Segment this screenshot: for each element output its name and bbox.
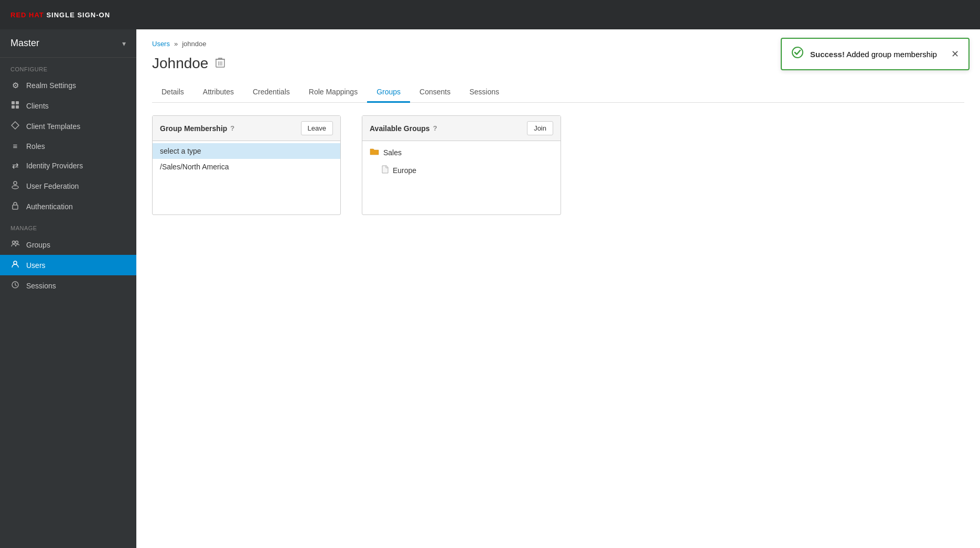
app-layout: Master ▾ Configure ⚙ Realm Settings Clie… (0, 29, 980, 548)
sessions-icon (10, 281, 20, 291)
toast-success-label: Success! (810, 50, 845, 59)
sidebar-item-label: Realm Settings (26, 81, 76, 90)
available-groups-header: Available Groups ? Join (362, 116, 561, 141)
realm-name: Master (10, 38, 39, 49)
clients-icon (10, 101, 20, 111)
sidebar-item-label: Authentication (26, 202, 73, 211)
success-icon (791, 46, 804, 62)
toast-message: Success! Added group membership (810, 50, 945, 59)
svg-rect-3 (16, 105, 19, 109)
sidebar-item-groups[interactable]: Groups (0, 234, 136, 255)
breadcrumb-current: johndoe (182, 40, 206, 48)
svg-rect-2 (12, 105, 15, 109)
user-federation-icon (10, 181, 20, 191)
sidebar: Master ▾ Configure ⚙ Realm Settings Clie… (0, 29, 136, 548)
tab-role-mappings[interactable]: Role Mappings (299, 82, 367, 103)
tab-details[interactable]: Details (152, 82, 193, 103)
sidebar-item-client-templates[interactable]: Client Templates (0, 116, 136, 136)
svg-marker-4 (12, 122, 19, 129)
join-button[interactable]: Join (527, 121, 553, 135)
svg-point-6 (12, 186, 18, 189)
sidebar-item-clients[interactable]: Clients (0, 95, 136, 116)
sidebar-item-label: Users (26, 261, 46, 270)
svg-rect-1 (16, 101, 19, 104)
realm-selector[interactable]: Master ▾ (0, 29, 136, 58)
svg-rect-0 (12, 101, 15, 104)
sidebar-item-label: Clients (26, 102, 49, 110)
settings-icon: ⚙ (10, 81, 20, 90)
leave-button[interactable]: Leave (301, 121, 333, 135)
svg-point-10 (14, 261, 17, 264)
tab-groups[interactable]: Groups (367, 82, 410, 103)
manage-section-label: Manage (0, 217, 136, 234)
group-membership-header: Group Membership ? Leave (153, 116, 340, 141)
breadcrumb-separator: » (174, 40, 178, 48)
list-item[interactable]: /Sales/North America (153, 159, 340, 175)
groups-layout: Group Membership ? Leave select a type /… (152, 115, 964, 215)
users-icon (10, 260, 20, 270)
sidebar-item-label: Groups (26, 241, 50, 249)
sidebar-item-realm-settings[interactable]: ⚙ Realm Settings (0, 76, 136, 95)
available-groups-panel: Available Groups ? Join Sales (362, 115, 561, 215)
group-membership-label: Group Membership (160, 124, 227, 133)
chevron-down-icon: ▾ (122, 39, 126, 48)
list-item[interactable]: Europe (362, 162, 561, 178)
available-groups-label: Available Groups (370, 124, 430, 133)
sidebar-item-identity-providers[interactable]: ⇄ Identity Providers (0, 156, 136, 176)
list-item[interactable]: Sales (362, 143, 561, 162)
sidebar-item-sessions[interactable]: Sessions (0, 275, 136, 296)
brand-logo: RED HAT SINGLE SIGN-ON (10, 11, 110, 19)
brand-red: RED HAT (10, 11, 44, 19)
brand-suffix: SINGLE SIGN-ON (44, 11, 110, 19)
tab-sessions[interactable]: Sessions (460, 82, 509, 103)
group-membership-help-icon[interactable]: ? (230, 124, 234, 132)
sidebar-item-authentication[interactable]: Authentication (0, 196, 136, 217)
svg-rect-7 (13, 205, 18, 209)
sidebar-item-label: Identity Providers (26, 162, 83, 170)
sidebar-item-roles[interactable]: ≡ Roles (0, 136, 136, 156)
svg-point-9 (16, 241, 18, 244)
identity-providers-icon: ⇄ (10, 161, 20, 170)
svg-point-5 (14, 181, 17, 185)
client-templates-icon (10, 121, 20, 131)
toast-message-text: Added group membership (845, 50, 937, 59)
authentication-icon (10, 201, 20, 211)
user-tabs: Details Attributes Credentials Role Mapp… (152, 82, 964, 103)
group-membership-title: Group Membership ? (160, 124, 234, 133)
main-content: Success! Added group membership ✕ Users … (136, 29, 980, 548)
sidebar-item-label: Roles (26, 142, 45, 151)
delete-user-button[interactable] (216, 57, 225, 70)
toast-close-button[interactable]: ✕ (951, 48, 959, 60)
sidebar-item-label: Client Templates (26, 122, 80, 131)
available-groups-help-icon[interactable]: ? (433, 124, 437, 132)
file-icon (381, 165, 389, 175)
page-title: Johndoe (152, 55, 208, 72)
sidebar-item-label: User Federation (26, 182, 79, 190)
tab-consents[interactable]: Consents (410, 82, 460, 103)
sidebar-item-user-federation[interactable]: User Federation (0, 176, 136, 196)
sidebar-item-users[interactable]: Users (0, 255, 136, 275)
available-groups-title: Available Groups ? (370, 124, 437, 133)
group-membership-list: select a type /Sales/North America (153, 141, 340, 214)
group-europe-label: Europe (393, 166, 416, 175)
list-item[interactable]: select a type (153, 143, 340, 159)
group-membership-panel: Group Membership ? Leave select a type /… (152, 115, 341, 215)
tab-attributes[interactable]: Attributes (193, 82, 243, 103)
svg-point-8 (13, 241, 15, 244)
folder-icon (370, 147, 379, 158)
available-groups-list: Sales Europe (362, 141, 561, 214)
tab-credentials[interactable]: Credentials (243, 82, 299, 103)
groups-icon (10, 240, 20, 250)
success-toast: Success! Added group membership ✕ (781, 38, 970, 70)
breadcrumb-users-link[interactable]: Users (152, 40, 170, 48)
top-navigation: RED HAT SINGLE SIGN-ON (0, 0, 980, 29)
sidebar-item-label: Sessions (26, 282, 56, 290)
configure-section-label: Configure (0, 58, 136, 76)
group-sales-label: Sales (383, 148, 402, 157)
roles-icon: ≡ (10, 142, 20, 151)
